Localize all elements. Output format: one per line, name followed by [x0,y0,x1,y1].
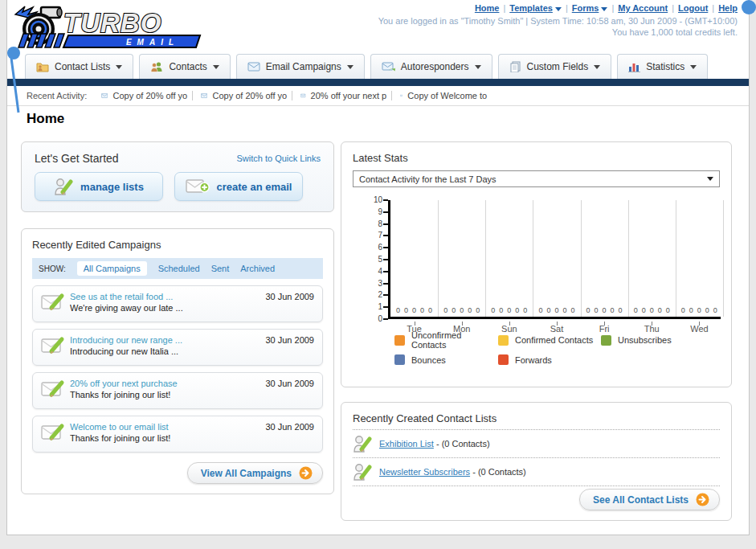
filter-all-campaigns[interactable]: All Campaigns [77,261,147,276]
campaign-subtitle: We're giving away our late ... [70,303,259,313]
x-axis-tick [604,322,605,326]
envelope-arrow-icon [382,62,395,72]
data-value-label: 0 [452,306,456,314]
tab-autoresponders[interactable]: Autoresponders [370,54,492,79]
chevron-down-icon [555,7,562,11]
view-all-campaigns-button[interactable]: View All Campaigns [187,462,323,484]
top-link-logout[interactable]: Logout [678,3,708,13]
manage-lists-button[interactable]: manage lists [35,172,163,201]
envelope-plus-icon [186,178,210,195]
top-link-home[interactable]: Home [475,3,500,13]
see-all-contact-lists-label: See All Contact Lists [593,494,689,506]
data-value-label: 0 [697,306,701,314]
chevron-down-icon [347,65,353,69]
separator: | [503,3,505,13]
data-value-label: 0 [611,306,615,314]
campaign-title-link[interactable]: Introducing our new range ... [70,335,259,345]
recent-activity-bar: Recent Activity: Copy of 20% off yo Copy… [7,86,749,106]
header: TURBO EMAIL Home|Templates|Forms|My Acco… [7,0,749,53]
tab-statistics[interactable]: Statistics [617,54,708,79]
top-link-help[interactable]: Help [718,3,738,13]
turbo-email-logo: TURBO EMAIL [12,3,223,53]
data-value-label: 0 [507,306,511,314]
data-value-label: 0 [713,306,717,314]
tab-email-campaigns[interactable]: Email Campaigns [236,54,365,79]
filter-sent[interactable]: Sent [211,264,230,273]
separator: | [712,3,714,13]
tab-contact-lists[interactable]: Contact Lists [25,54,133,79]
tab-contacts[interactable]: Contacts [139,54,230,79]
view-all-campaigns-label: View All Campaigns [201,468,292,479]
contact-list-link[interactable]: Newsletter Subscribers [379,467,470,477]
data-value-label: 0 [476,306,480,314]
campaigns-title: Recently Edited Campaigns [32,239,323,251]
campaign-subtitle: Thanks for joining our list! [70,433,259,443]
data-value-label: 0 [595,306,599,314]
data-value-label: 0 [603,306,607,314]
legend-swatch-unsubscribes [601,335,611,346]
campaign-row[interactable]: 20% off your next purchase Thanks for jo… [32,372,323,409]
see-all-contact-lists-button[interactable]: See All Contact Lists [579,489,720,510]
x-axis-tick [415,322,415,326]
envelope-icon [300,92,305,100]
data-value-label: 0 [642,306,646,314]
top-link-templates[interactable]: Templates [509,3,553,13]
contact-list-row[interactable]: Newsletter Subscribers - (0 Contacts) [353,458,720,486]
legend-swatch-confirmed [498,335,509,346]
recent-activity-text: Copy of 20% off yo [112,91,187,100]
gridline [533,200,533,317]
chevron-down-icon [601,7,607,11]
filter-archived[interactable]: Archived [240,264,275,273]
tab-label: Autoresponders [401,61,469,72]
x-axis-tick [557,322,558,326]
recently-edited-campaigns-panel: Recently Edited Campaigns SHOW: All Camp… [21,228,334,494]
page-content: TURBO EMAIL Home|Templates|Forms|My Acco… [6,0,750,535]
gridline [581,200,582,317]
recent-activity-item[interactable]: Copy of 20% off yo [101,91,193,100]
tab-label: Custom Fields [527,61,589,72]
campaign-row[interactable]: Welcome to our email list Thanks for joi… [32,416,323,453]
y-axis-label: 7 [363,231,382,240]
data-value-label: 0 [619,306,623,314]
y-axis-label: 3 [363,279,382,288]
campaign-row[interactable]: Introducing our new range ... Introducin… [32,329,323,366]
y-axis-tick [383,306,388,308]
campaign-row[interactable]: See us at the retail food ... We're givi… [32,285,323,322]
y-axis-tick [383,199,388,201]
chart-legend: Unconfirmed Contacts Confirmed Contacts … [394,330,720,365]
top-link-forms[interactable]: Forms [572,3,599,13]
show-label: SHOW: [39,264,66,273]
arrow-right-icon [696,493,709,506]
stats-dropdown-value: Contact Activity for the Last 7 Days [359,174,497,184]
stats-report-dropdown[interactable]: Contact Activity for the Last 7 Days [353,170,720,187]
create-email-button[interactable]: create an email [174,172,303,201]
recent-activity-item[interactable]: 20% off your next p [300,91,392,100]
separator: | [672,3,674,13]
contact-list-row[interactable]: Exhibition List - (0 Contacts) [353,430,720,458]
filter-scheduled[interactable]: Scheduled [158,264,200,273]
contact-list-count: - (0 Contacts) [436,439,490,449]
tab-custom-fields[interactable]: Custom Fields [498,54,612,79]
y-axis-tick [383,318,388,320]
data-value-label: 0 [570,306,574,314]
campaign-title-link[interactable]: 20% off your next purchase [70,379,259,388]
contact-list-link[interactable]: Exhibition List [379,439,434,449]
nav-divider-bar [7,79,749,86]
x-axis-tick [462,322,463,326]
manage-lists-label: manage lists [80,181,144,193]
arrow-right-icon [299,466,313,480]
switch-quick-links-link[interactable]: Switch to Quick Links [236,154,321,163]
gridline [628,200,629,317]
top-link-my-account[interactable]: My Account [618,3,668,13]
campaign-title-link[interactable]: See us at the retail food ... [70,292,259,301]
envelope-pencil-icon [41,379,70,403]
gridline [723,200,724,317]
recent-activity-item[interactable]: Copy of Welcome to [400,91,492,100]
y-axis-label: 4 [363,267,382,276]
recent-activity-item[interactable]: Copy of 20% off yo [201,91,292,100]
recent-activity-label: Recent Activity: [27,91,87,100]
contact-lists-title: Recently Created Contact Lists [353,412,720,430]
main-nav: Contact Lists Contacts Email Campaigns A… [7,53,749,79]
x-axis-tick [509,322,510,326]
campaign-title-link[interactable]: Welcome to our email list [70,422,259,432]
